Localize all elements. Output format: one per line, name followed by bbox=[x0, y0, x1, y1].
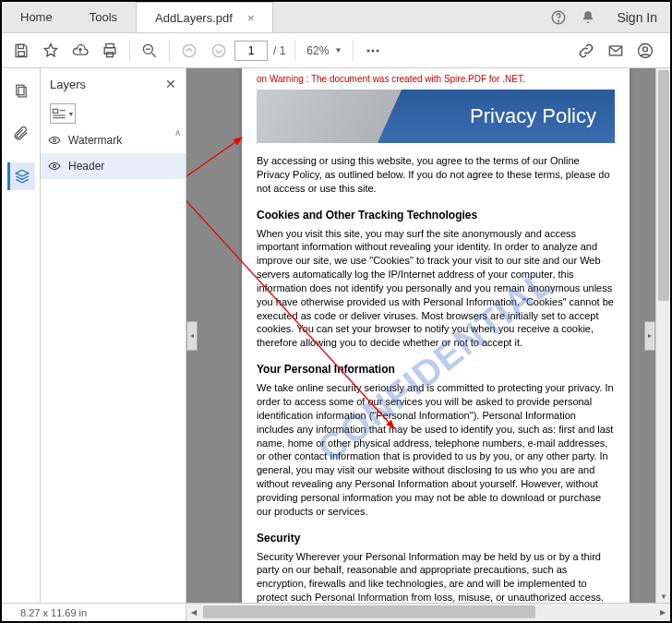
intro-paragraph: By accessing or using this website, you … bbox=[257, 154, 615, 196]
svg-point-10 bbox=[183, 44, 195, 56]
page-dimensions-label: 8.27 x 11.69 in bbox=[2, 604, 186, 621]
svg-rect-2 bbox=[18, 44, 24, 48]
svg-line-26 bbox=[186, 138, 242, 202]
attachments-rail-icon[interactable] bbox=[7, 120, 35, 148]
profile-icon[interactable] bbox=[631, 37, 659, 65]
svg-rect-6 bbox=[107, 52, 114, 56]
svg-rect-3 bbox=[18, 51, 25, 55]
zoom-dropdown[interactable]: 62%▼ bbox=[301, 44, 347, 57]
mail-icon[interactable] bbox=[602, 37, 630, 65]
tab-tools[interactable]: Tools bbox=[71, 2, 136, 32]
layer-row-header[interactable]: Header bbox=[41, 153, 186, 179]
vertical-scrollbar[interactable]: ▲ ▼ bbox=[655, 68, 670, 603]
svg-rect-19 bbox=[18, 88, 26, 98]
thumbnails-rail-icon[interactable] bbox=[7, 78, 35, 105]
close-panel-icon[interactable]: ✕ bbox=[165, 77, 176, 91]
svg-point-13 bbox=[372, 49, 375, 52]
layer-label: Watermark bbox=[68, 134, 122, 147]
layer-label: Header bbox=[68, 160, 104, 173]
page-down-icon[interactable] bbox=[205, 37, 233, 65]
link-icon[interactable] bbox=[572, 37, 600, 65]
scroll-left-icon[interactable]: ◀ bbox=[186, 604, 201, 621]
section-heading-personal: Your Personal Information bbox=[257, 363, 615, 376]
svg-rect-20 bbox=[53, 109, 57, 113]
scroll-down-icon[interactable]: ▼ bbox=[656, 590, 670, 603]
help-icon[interactable] bbox=[550, 9, 567, 26]
collapse-left-handle[interactable]: ◂ bbox=[186, 321, 198, 351]
bell-icon[interactable] bbox=[580, 9, 596, 26]
page-number-input[interactable] bbox=[234, 41, 268, 61]
svg-point-12 bbox=[367, 49, 370, 52]
svg-rect-18 bbox=[16, 85, 23, 95]
panel-scroll-up-icon[interactable]: ∧ bbox=[174, 127, 184, 138]
print-icon[interactable] bbox=[96, 37, 124, 65]
scrollbar-thumb[interactable] bbox=[203, 605, 535, 618]
cloud-upload-icon[interactable] bbox=[66, 37, 94, 65]
section-paragraph: When you visit this site, you may surf t… bbox=[257, 227, 615, 351]
scroll-right-icon[interactable]: ▶ bbox=[655, 604, 670, 621]
section-heading-security: Security bbox=[257, 532, 615, 545]
svg-point-24 bbox=[54, 139, 56, 142]
eye-icon[interactable] bbox=[48, 160, 61, 173]
evaluation-warning: on Warning : The document was created wi… bbox=[257, 74, 615, 84]
tab-file[interactable]: AddLayers.pdf × bbox=[136, 2, 273, 32]
svg-point-11 bbox=[212, 44, 224, 56]
sign-in-link[interactable]: Sign In bbox=[617, 10, 657, 25]
section-paragraph: Security Wherever your Personal Informat… bbox=[257, 550, 615, 603]
svg-point-1 bbox=[558, 20, 559, 21]
save-icon[interactable] bbox=[7, 37, 35, 65]
page-up-icon[interactable] bbox=[175, 37, 203, 65]
svg-line-8 bbox=[152, 53, 156, 56]
star-icon[interactable] bbox=[37, 37, 65, 65]
layers-panel-title: Layers bbox=[50, 78, 86, 91]
svg-point-17 bbox=[643, 46, 648, 51]
more-icon[interactable] bbox=[359, 37, 387, 65]
layer-row-watermark[interactable]: Watermark bbox=[41, 127, 186, 153]
svg-point-14 bbox=[377, 49, 379, 52]
section-paragraph: We take online security seriously and is… bbox=[257, 381, 615, 518]
horizontal-scrollbar[interactable]: ◀ ▶ bbox=[186, 604, 670, 621]
section-heading-cookies: Cookies and Other Tracking Technologies bbox=[257, 209, 615, 222]
eye-icon[interactable] bbox=[48, 134, 61, 147]
header-banner: Privacy Policy bbox=[257, 90, 615, 143]
zoom-out-icon[interactable] bbox=[136, 37, 163, 65]
tab-home[interactable]: Home bbox=[2, 2, 71, 32]
page-total-label: / 1 bbox=[270, 44, 289, 57]
scrollbar-thumb[interactable] bbox=[658, 70, 669, 301]
svg-point-25 bbox=[54, 165, 56, 168]
pdf-page: on Warning : The document was created wi… bbox=[242, 68, 630, 603]
layers-options-button[interactable]: ▼ bbox=[50, 103, 76, 124]
layers-rail-icon[interactable] bbox=[7, 162, 35, 190]
collapse-right-handle[interactable]: ▸ bbox=[644, 321, 655, 351]
close-tab-icon[interactable]: × bbox=[247, 11, 255, 25]
